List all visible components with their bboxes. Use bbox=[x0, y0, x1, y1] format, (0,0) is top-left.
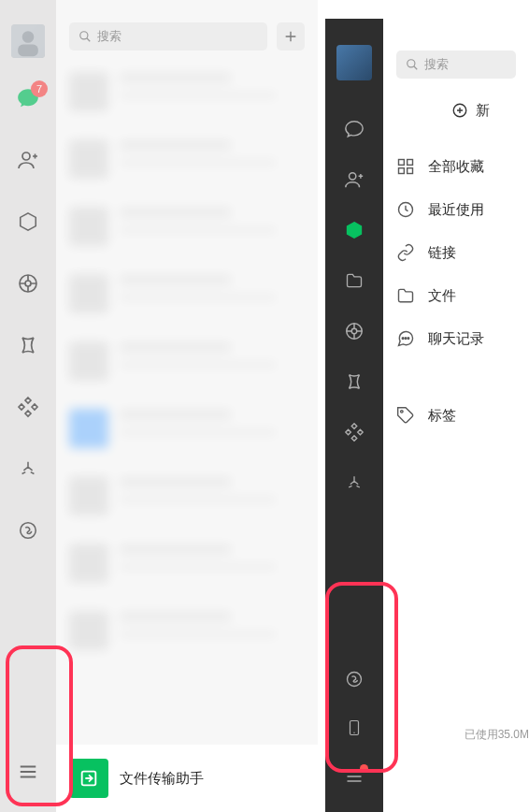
svg-point-21 bbox=[402, 338, 404, 340]
moments-tab[interactable] bbox=[343, 320, 365, 342]
chat-item[interactable] bbox=[56, 462, 318, 529]
svg-rect-16 bbox=[399, 160, 405, 166]
favorites-tab[interactable] bbox=[16, 210, 40, 234]
category-label: 聊天记录 bbox=[428, 330, 484, 348]
search-input[interactable]: 搜索 bbox=[69, 22, 267, 51]
unread-badge: 7 bbox=[31, 80, 48, 97]
category-recent[interactable]: 最近使用 bbox=[396, 195, 529, 225]
user-avatar[interactable] bbox=[11, 24, 45, 58]
dark-sidebar-rail bbox=[325, 19, 383, 812]
chat-item[interactable] bbox=[56, 597, 318, 664]
menu-button[interactable] bbox=[343, 765, 365, 788]
svg-rect-19 bbox=[407, 168, 413, 174]
chats-tab[interactable]: 7 bbox=[16, 86, 40, 110]
chat-item[interactable] bbox=[56, 327, 318, 395]
svg-point-6 bbox=[21, 523, 36, 539]
clock-icon bbox=[396, 200, 415, 219]
discover-tab[interactable] bbox=[16, 395, 40, 419]
files-tab[interactable] bbox=[343, 269, 365, 292]
category-files[interactable]: 文件 bbox=[396, 281, 529, 311]
chat-list[interactable] bbox=[56, 58, 318, 812]
favorites-category-list: 全部收藏 最近使用 链接 文件 聊天记录 标签 bbox=[383, 152, 529, 430]
search-placeholder: 搜索 bbox=[97, 28, 122, 45]
pinned-chat-row[interactable]: 文件传输助手 bbox=[56, 745, 318, 812]
svg-rect-18 bbox=[399, 168, 405, 174]
pinned-chat-label: 文件传输助手 bbox=[120, 770, 204, 788]
category-label: 标签 bbox=[428, 407, 456, 425]
chat-item[interactable] bbox=[56, 260, 318, 327]
svg-point-11 bbox=[351, 328, 357, 334]
contacts-tab[interactable] bbox=[16, 148, 40, 172]
category-links[interactable]: 链接 bbox=[396, 238, 529, 268]
svg-point-14 bbox=[407, 60, 415, 67]
miniprogram-tab[interactable] bbox=[16, 518, 40, 543]
left-sidebar-rail: 7 bbox=[0, 0, 56, 812]
storage-text: 已使用35.0M bbox=[383, 727, 529, 743]
category-chatlog[interactable]: 聊天记录 bbox=[396, 324, 529, 354]
contacts-tab[interactable] bbox=[343, 168, 365, 191]
search-placeholder: 搜索 bbox=[424, 56, 449, 73]
svg-point-9 bbox=[350, 173, 356, 180]
chat-item[interactable] bbox=[56, 395, 318, 462]
category-label: 全部收藏 bbox=[428, 158, 484, 176]
chat-list-panel: 搜索 bbox=[56, 0, 318, 812]
category-label: 链接 bbox=[428, 244, 456, 262]
svg-point-12 bbox=[348, 673, 362, 687]
search-input[interactable]: 搜索 bbox=[396, 51, 516, 79]
favorites-tab[interactable] bbox=[343, 219, 365, 241]
search-tab[interactable] bbox=[343, 471, 365, 494]
file-transfer-icon bbox=[69, 759, 108, 798]
svg-point-22 bbox=[405, 338, 407, 340]
chat-icon bbox=[396, 329, 415, 348]
menu-button[interactable] bbox=[16, 760, 40, 784]
add-button[interactable] bbox=[277, 22, 305, 51]
wechat-light-window: 7 搜索 bbox=[0, 0, 318, 812]
category-label: 最近使用 bbox=[428, 201, 484, 219]
svg-point-5 bbox=[25, 281, 31, 286]
plus-circle-icon bbox=[451, 102, 468, 119]
grid-icon bbox=[396, 157, 415, 176]
tag-icon bbox=[396, 406, 415, 425]
folder-icon bbox=[396, 286, 415, 305]
chat-item[interactable] bbox=[56, 529, 318, 597]
svg-point-7 bbox=[80, 32, 88, 39]
chat-item[interactable] bbox=[56, 58, 318, 125]
chat-item[interactable] bbox=[56, 125, 318, 193]
new-button-label: 新 bbox=[476, 102, 490, 120]
new-favorite-button[interactable]: 新 bbox=[396, 94, 516, 127]
notification-dot-icon bbox=[360, 764, 368, 773]
user-avatar[interactable] bbox=[336, 45, 372, 80]
moments-tab[interactable] bbox=[16, 271, 40, 296]
search-tab[interactable] bbox=[16, 457, 40, 481]
favorites-panel: 搜索 新 全部收藏 最近使用 链接 文件 bbox=[383, 19, 529, 812]
miniprogram-button[interactable] bbox=[343, 668, 365, 690]
channels-tab[interactable] bbox=[16, 333, 40, 357]
category-label: 文件 bbox=[428, 287, 456, 305]
svg-point-23 bbox=[407, 338, 409, 340]
svg-rect-2 bbox=[18, 45, 38, 57]
chat-item[interactable] bbox=[56, 193, 318, 260]
mobile-button[interactable] bbox=[343, 717, 365, 739]
channels-tab[interactable] bbox=[343, 370, 365, 393]
link-icon bbox=[396, 243, 415, 262]
svg-point-24 bbox=[401, 411, 404, 413]
category-all[interactable]: 全部收藏 bbox=[396, 152, 529, 181]
discover-tab[interactable] bbox=[343, 421, 365, 443]
wechat-dark-window: 搜索 新 全部收藏 最近使用 链接 文件 bbox=[318, 0, 529, 812]
svg-point-1 bbox=[22, 31, 35, 43]
chats-tab[interactable] bbox=[343, 118, 365, 140]
svg-rect-17 bbox=[407, 160, 413, 166]
category-tags[interactable]: 标签 bbox=[396, 400, 529, 430]
svg-point-3 bbox=[22, 152, 30, 160]
